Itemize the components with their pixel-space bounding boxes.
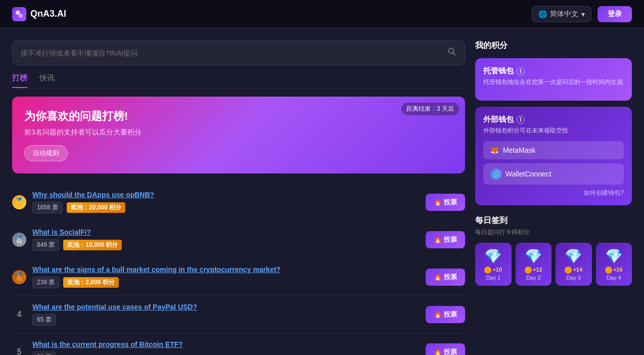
svg-line-3: [453, 53, 455, 55]
tabs: 打榜 快讯: [12, 73, 465, 88]
vote-button[interactable]: 🔥 投票: [426, 269, 465, 286]
table-row: 5 What is the current progress of Bitcoi…: [12, 333, 465, 355]
external-wallet-card: 外部钱包 ℹ 外部钱包积分可在未来领取空投 🦊 MetaMask 🔗 Walle…: [475, 107, 632, 205]
table-row: 🥈 What is SocialFi? 849 票 奖池：10,000 积分 🔥…: [12, 221, 465, 258]
votes-badge: 65 票: [32, 314, 56, 326]
vote-button[interactable]: 🔥 投票: [426, 343, 465, 356]
checkin-icon: 💎: [559, 248, 589, 264]
search-input[interactable]: [21, 49, 447, 57]
banner-title: 为你喜欢的问题打榜!: [24, 109, 453, 124]
rank-medal-1: 🥇: [12, 195, 26, 209]
checkin-day-2[interactable]: 💎 +12 Day 2: [516, 243, 552, 286]
fire-icon: 🔥: [434, 273, 442, 281]
question-list: 🥇 Why should the DApps use opBNB? 1658 票…: [12, 184, 465, 355]
question-title[interactable]: Why should the DApps use opBNB?: [32, 191, 420, 199]
table-row: 🥉 What are the signs of a bull market co…: [12, 258, 465, 296]
checkin-points: +12: [519, 267, 549, 274]
checkin-day-4[interactable]: 💎 +16 Day 4: [596, 243, 632, 286]
rank-number: 5: [12, 347, 26, 356]
custodial-wallet-title: 托管钱包 ℹ: [483, 66, 624, 76]
walletconnect-icon: 🔗: [490, 168, 501, 180]
question-content: What are the signs of a bull market comi…: [32, 265, 420, 288]
info-icon[interactable]: ℹ: [517, 116, 525, 124]
fire-icon: 🔥: [434, 198, 442, 206]
walletconnect-option[interactable]: 🔗 WalletConnect: [483, 163, 624, 185]
vote-label: 投票: [444, 310, 457, 319]
daily-checkin-section: 每日签到 每日提问打卡得积分 💎 +10 Day 1 💎 +12 Day 2 💎…: [475, 215, 632, 286]
external-wallet-title: 外部钱包 ℹ: [483, 115, 624, 124]
checkin-icon: 💎: [478, 248, 509, 264]
lang-label: 简体中文: [550, 10, 578, 19]
checkin-icon: 💎: [519, 248, 549, 264]
rank-medal-2: 🥈: [12, 233, 26, 247]
question-meta: 65 票: [32, 314, 420, 326]
checkin-day-label: Day 1: [478, 275, 509, 281]
question-title[interactable]: What are the potential use cases of PayP…: [32, 303, 420, 311]
question-meta: 849 票 奖池：10,000 积分: [32, 239, 420, 251]
checkin-day-3[interactable]: 💎 +14 Day 3: [556, 243, 592, 286]
metamask-label: MetaMask: [503, 146, 536, 154]
checkin-day-label: Day 3: [559, 275, 589, 281]
checkin-desc: 每日提问打卡得积分: [475, 228, 632, 237]
vote-label: 投票: [444, 273, 457, 282]
vote-label: 投票: [444, 347, 457, 356]
votes-badge: 1658 票: [32, 202, 63, 213]
right-panel-title: 我的积分: [475, 40, 632, 51]
pool-badge: 奖池：10,000 积分: [63, 240, 122, 250]
logo-text: QnA3.AI: [30, 9, 66, 19]
vote-label: 投票: [444, 198, 457, 207]
votes-badge: 849 票: [32, 239, 59, 251]
vote-button[interactable]: 🔥 投票: [426, 194, 465, 211]
checkin-points: +14: [559, 267, 589, 274]
login-button[interactable]: 登录: [597, 6, 632, 22]
table-row: 4 What are the potential use cases of Pa…: [12, 296, 465, 333]
rank-number: 4: [12, 310, 26, 319]
checkin-icon: 💎: [599, 248, 629, 264]
pool-badge: 奖池：2,000 积分: [63, 277, 118, 288]
votes-badge: 239 票: [32, 277, 59, 288]
vote-label: 投票: [444, 235, 457, 244]
search-bar: [12, 40, 465, 65]
checkin-grid: 💎 +10 Day 1 💎 +12 Day 2 💎 +14 Day 3 💎 +1…: [475, 243, 632, 286]
custodial-wallet-card: 托管钱包 ℹ 托管钱包地址会在您第一次提问后的一段时间内生成: [475, 58, 632, 101]
main-content: 打榜 快讯 距离结束：3 天后 为你喜欢的问题打榜! 前3名问题的支持者可以瓜分…: [0, 28, 644, 355]
create-wallet-link[interactable]: 如何创建钱包?: [483, 189, 624, 197]
chevron-down-icon: ▾: [581, 10, 585, 18]
info-icon[interactable]: ℹ: [517, 67, 525, 75]
question-title[interactable]: What are the signs of a bull market comi…: [32, 265, 420, 274]
fire-icon: 🔥: [434, 310, 442, 318]
logo-icon: [12, 7, 26, 21]
vote-button[interactable]: 🔥 投票: [426, 231, 465, 248]
left-panel: 打榜 快讯 距离结束：3 天后 为你喜欢的问题打榜! 前3名问题的支持者可以瓜分…: [12, 40, 465, 355]
checkin-points: +10: [478, 267, 509, 274]
checkin-day-1[interactable]: 💎 +10 Day 1: [475, 243, 512, 286]
question-content: What are the potential use cases of PayP…: [32, 303, 420, 326]
tab-news[interactable]: 快讯: [39, 73, 55, 88]
metamask-option[interactable]: 🦊 MetaMask: [483, 141, 624, 159]
table-row: 🥇 Why should the DApps use opBNB? 1658 票…: [12, 184, 465, 221]
checkin-day-label: Day 4: [599, 275, 629, 281]
question-content: Why should the DApps use opBNB? 1658 票 奖…: [32, 191, 420, 213]
language-selector[interactable]: 🌐 简体中文 ▾: [532, 6, 591, 22]
votes-badge: 39 票: [32, 351, 56, 355]
external-title-text: 外部钱包: [483, 115, 514, 124]
tab-ranking[interactable]: 打榜: [12, 73, 27, 88]
question-meta: 1658 票 奖池：20,000 积分: [32, 202, 420, 213]
checkin-title: 每日签到: [475, 215, 632, 226]
checkin-day-label: Day 2: [519, 275, 549, 281]
header: QnA3.AI 🌐 简体中文 ▾ 登录: [0, 0, 644, 28]
question-meta: 239 票 奖池：2,000 积分: [32, 277, 420, 288]
fire-icon: 🔥: [434, 348, 442, 355]
search-button[interactable]: [447, 47, 456, 59]
custodial-wallet-desc: 托管钱包地址会在您第一次提问后的一段时间内生成: [483, 78, 624, 86]
vote-button[interactable]: 🔥 投票: [426, 306, 465, 323]
question-title[interactable]: What is the current progress of Bitcoin …: [32, 340, 420, 348]
question-title[interactable]: What is SocialFi?: [32, 228, 420, 236]
checkin-points: +16: [599, 267, 629, 274]
question-meta: 39 票: [32, 351, 420, 355]
question-content: What is the current progress of Bitcoin …: [32, 340, 420, 355]
walletconnect-label: WalletConnect: [505, 170, 551, 178]
fire-icon: 🔥: [434, 236, 442, 243]
rules-button[interactable]: 活动规则: [24, 145, 68, 161]
banner-desc: 前3名问题的支持者可以瓜分大量积分: [24, 128, 453, 137]
